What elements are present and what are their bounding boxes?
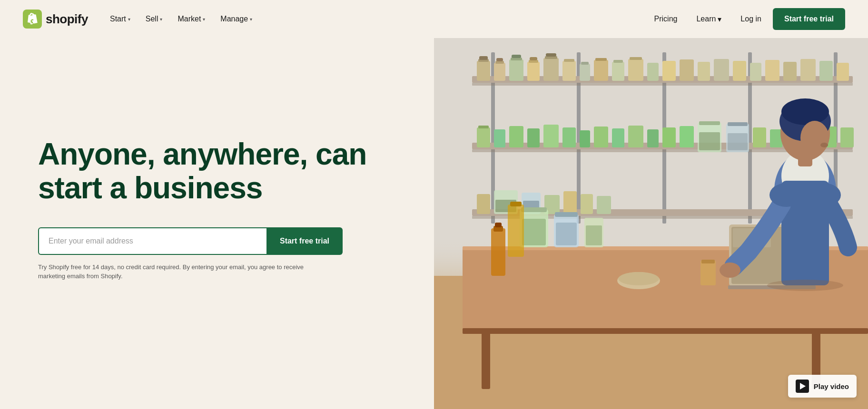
svg-rect-56: [509, 126, 523, 147]
svg-rect-32: [564, 59, 574, 62]
nav-start-trial-button[interactable]: Start free trial: [773, 8, 845, 30]
chevron-down-icon: ▾: [250, 17, 252, 22]
svg-point-118: [720, 263, 740, 278]
svg-rect-34: [581, 62, 589, 65]
logo-text: shopify: [46, 12, 88, 27]
svg-rect-55: [494, 129, 505, 147]
learn-label: Learn: [696, 15, 716, 23]
svg-point-116: [800, 121, 829, 155]
svg-rect-126: [510, 202, 522, 206]
svg-rect-104: [701, 260, 715, 263]
svg-rect-68: [699, 132, 720, 150]
svg-point-120: [808, 183, 841, 207]
nav-item-manage[interactable]: Manage ▾: [214, 11, 259, 27]
svg-rect-59: [562, 127, 576, 147]
svg-rect-79: [477, 194, 490, 214]
svg-rect-58: [543, 125, 559, 147]
svg-rect-97: [556, 223, 577, 245]
play-triangle-icon: [800, 383, 806, 390]
svg-rect-21: [496, 58, 503, 61]
disclaimer-text: Try Shopify free for 14 days, no credit …: [38, 263, 324, 281]
nav-label-sell: Sell: [146, 15, 158, 23]
svg-rect-52: [837, 63, 849, 81]
nav-login-link[interactable]: Log in: [733, 11, 769, 27]
svg-rect-98: [555, 212, 578, 217]
svg-rect-18: [479, 56, 488, 60]
svg-point-115: [781, 98, 829, 125]
nav-learn-link[interactable]: Learn ▾: [689, 11, 729, 28]
shopify-logo-icon: [23, 10, 42, 29]
hero-content: Anyone, anywhere, can start a business S…: [0, 38, 434, 409]
chevron-down-icon: ▾: [203, 17, 205, 22]
svg-rect-66: [680, 126, 694, 147]
chevron-down-icon: ▾: [718, 15, 721, 24]
nav-label-market: Market: [178, 15, 201, 23]
svg-point-117: [820, 143, 828, 147]
svg-rect-91: [482, 332, 490, 389]
chevron-down-icon: ▾: [160, 17, 162, 22]
svg-rect-22: [509, 59, 523, 81]
pricing-label: Pricing: [654, 15, 678, 23]
nav-item-start[interactable]: Start ▾: [103, 11, 137, 27]
svg-rect-63: [628, 126, 643, 147]
svg-rect-71: [728, 133, 748, 150]
svg-rect-85: [563, 191, 577, 214]
svg-rect-50: [800, 59, 816, 81]
play-icon: [796, 380, 809, 393]
login-label: Log in: [740, 15, 761, 23]
svg-rect-95: [521, 207, 547, 212]
logo[interactable]: shopify: [23, 10, 88, 29]
svg-rect-28: [543, 58, 559, 81]
svg-rect-57: [527, 128, 540, 147]
svg-rect-54: [478, 126, 489, 128]
hero-image: Play video: [434, 38, 868, 409]
svg-rect-37: [612, 62, 624, 81]
svg-rect-48: [765, 60, 779, 81]
svg-rect-44: [698, 62, 710, 81]
nav-pricing-link[interactable]: Pricing: [647, 11, 685, 27]
svg-rect-35: [594, 60, 608, 81]
svg-rect-72: [728, 122, 748, 126]
svg-point-102: [618, 272, 659, 285]
email-form: Start free trial: [38, 227, 343, 255]
svg-rect-38: [613, 60, 623, 63]
svg-rect-51: [819, 61, 833, 81]
svg-rect-36: [595, 58, 607, 61]
svg-rect-122: [491, 228, 505, 276]
svg-rect-87: [597, 196, 611, 214]
svg-rect-16: [477, 61, 490, 81]
svg-rect-60: [580, 130, 590, 147]
svg-rect-49: [783, 62, 797, 81]
svg-rect-42: [662, 61, 676, 81]
svg-rect-73: [753, 127, 766, 147]
email-input[interactable]: [38, 227, 266, 255]
navbar: shopify Start ▾ Sell ▾ Market ▾ Manage ▾…: [0, 0, 868, 38]
nav-label-manage: Manage: [220, 15, 248, 23]
nav-item-market[interactable]: Market ▾: [171, 11, 212, 27]
svg-rect-94: [522, 219, 546, 245]
svg-rect-41: [647, 63, 659, 81]
hero-section: Anyone, anywhere, can start a business S…: [0, 38, 868, 409]
svg-rect-125: [508, 204, 524, 257]
svg-rect-39: [628, 59, 643, 81]
svg-rect-53: [477, 127, 490, 147]
svg-rect-24: [512, 55, 521, 58]
svg-rect-33: [580, 64, 590, 81]
hero-start-trial-button[interactable]: Start free trial: [266, 227, 343, 255]
svg-rect-25: [527, 62, 540, 81]
svg-point-119: [769, 183, 803, 207]
svg-rect-19: [494, 63, 505, 81]
svg-rect-86: [581, 194, 593, 214]
svg-rect-27: [530, 57, 537, 60]
svg-rect-47: [750, 63, 761, 81]
play-video-label: Play video: [814, 382, 849, 390]
hero-heading: Anyone, anywhere, can start a business: [38, 137, 396, 204]
play-video-button[interactable]: Play video: [788, 375, 857, 398]
svg-rect-45: [714, 59, 729, 81]
svg-rect-100: [586, 225, 602, 245]
svg-rect-124: [495, 223, 502, 227]
nav-left: shopify Start ▾ Sell ▾ Market ▾ Manage ▾: [23, 10, 259, 29]
svg-rect-31: [562, 61, 576, 81]
nav-menu: Start ▾ Sell ▾ Market ▾ Manage ▾: [103, 11, 259, 27]
nav-item-sell[interactable]: Sell ▾: [139, 11, 169, 27]
